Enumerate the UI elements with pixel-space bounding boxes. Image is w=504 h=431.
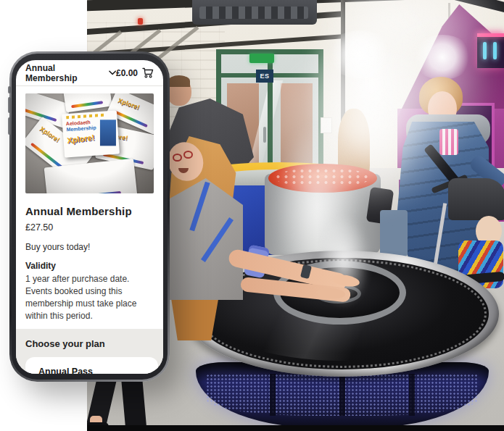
plan-name: Annual Pass (38, 367, 146, 374)
door-handle (263, 127, 266, 143)
girl-glasses-left-lens (173, 154, 182, 162)
plan-card-annual-pass[interactable]: Annual Pass Unlimited annual membership (25, 357, 158, 374)
fire-exit-sign (249, 54, 274, 63)
steam-drift-right (371, 9, 498, 157)
phone-volume-up-button (8, 97, 11, 113)
product-image[interactable]: Xplore! Xplore! Xplore! Aelodaeth Member… (25, 93, 154, 193)
product-selector-dropdown[interactable]: Annual Membership (25, 63, 116, 83)
cart-button[interactable]: £0.00 (116, 67, 154, 78)
fire-alarm-light (138, 18, 143, 25)
fog-table-base-ribs (206, 374, 479, 416)
product-price: £27.50 (25, 222, 154, 233)
girl-glasses-right-lens (183, 151, 193, 159)
ceiling-vent-unit (192, 0, 317, 25)
cart-icon (142, 67, 154, 78)
shop-top-bar: Annual Membership £0.00 (16, 60, 163, 85)
validity-label: Validity (25, 261, 154, 271)
plan-section-heading: Choose your plan (25, 338, 158, 349)
woman-jeans (380, 210, 408, 256)
phone-screen: Annual Membership £0.00 (16, 60, 163, 374)
stroller-canopy (448, 178, 504, 220)
dark-floor-strip (87, 425, 504, 431)
phone-mute-switch (8, 86, 11, 93)
product-tagline: Buy yours today! (25, 242, 154, 252)
phone-mockup: Annual Membership £0.00 (9, 51, 170, 382)
vent-slats (199, 7, 308, 19)
validity-text: 1 year after purchase date. Events booke… (25, 273, 154, 322)
phone-volume-down-button (8, 117, 11, 135)
image-vignette (25, 93, 154, 193)
es-sign: ES (256, 70, 273, 83)
top-bar-divider (16, 85, 163, 86)
man-hair (168, 75, 190, 87)
product-title: Annual Membership (25, 205, 154, 217)
plan-section: Choose your plan Annual Pass Unlimited a… (16, 329, 163, 374)
page: { "phone": { "header": { "selected_produ… (0, 0, 504, 431)
product-info: Annual Membership £27.50 Buy yours today… (16, 193, 163, 322)
chevron-down-icon (109, 70, 116, 75)
cart-total: £0.00 (116, 68, 138, 78)
product-selector-label: Annual Membership (25, 63, 104, 83)
